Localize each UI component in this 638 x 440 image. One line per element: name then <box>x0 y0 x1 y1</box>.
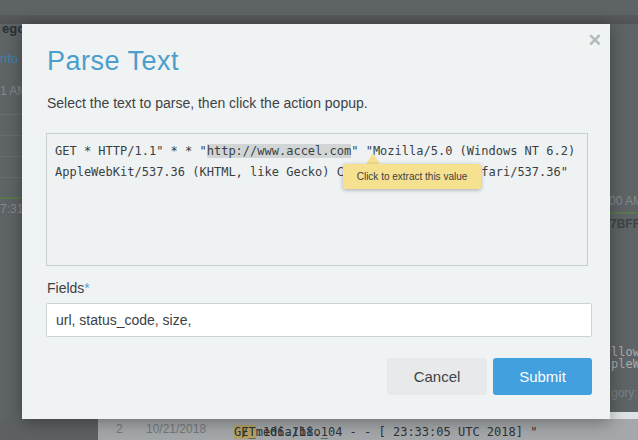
row-divider <box>0 177 22 178</box>
fields-input[interactable] <box>46 303 592 337</box>
table-row-log-after: /_media/bio_ <box>234 425 328 439</box>
background-info-link-fragment: nfo <box>0 51 18 66</box>
close-icon[interactable]: ✕ <box>588 32 602 49</box>
selected-value[interactable]: http://www.accel.com <box>207 144 352 158</box>
background-category-fragment: gory: <box>611 386 638 400</box>
table-row-date: 10/21/2018 <box>146 422 206 436</box>
background-log-fragment-2: pleW <box>611 357 638 371</box>
row-divider <box>0 156 22 157</box>
tooltip-arrow-icon <box>366 153 380 164</box>
row-divider <box>0 114 22 115</box>
sample-line1-before: GET * HTTP/1.1" * * " <box>55 144 207 158</box>
dialog-title: Parse Text <box>47 46 179 77</box>
sample-line2-before: AppleWebKit/537.36 (KHTML, like Gecko) C <box>55 165 344 179</box>
selected-row-line-left <box>0 197 22 199</box>
sample-lines: GET * HTTP/1.1" * * "http://www.accel.co… <box>47 134 587 183</box>
extract-value-popup[interactable]: Click to extract this value <box>343 164 481 189</box>
table-row-number: 2 <box>116 422 123 436</box>
sample-text-box[interactable]: GET * HTTP/1.1" * * "http://www.accel.co… <box>46 133 588 266</box>
selected-row-line-right <box>610 212 638 214</box>
background-table-row: 2 10/21/2018 147.106.118.104 - - [ 23:33… <box>0 419 638 440</box>
row-divider <box>0 135 22 136</box>
sample-line2-after: fari/537.36" <box>481 165 568 179</box>
submit-button[interactable]: Submit <box>493 358 592 395</box>
sample-line-2: AppleWebKit/537.36 (KHTML, like Gecko) C… <box>47 162 587 183</box>
cancel-button[interactable]: Cancel <box>387 358 487 395</box>
background-header-band <box>0 15 638 24</box>
parse-text-dialog: ✕ Parse Text Select the text to parse, t… <box>22 24 610 419</box>
dialog-instruction: Select the text to parse, then click the… <box>47 95 368 111</box>
sample-line-1: GET * HTTP/1.1" * * "http://www.accel.co… <box>47 141 587 162</box>
screen: ego nfo 1 AM 7:31 . 00 AM 7BFF llow pleW… <box>0 0 638 440</box>
required-marker: * <box>84 280 89 296</box>
background-hex-fragment: 7BFF <box>610 217 638 231</box>
sample-line1-after: " "Mozilla/5.0 (Windows NT 6.2) <box>351 144 575 158</box>
fields-label-text: Fields <box>47 280 84 296</box>
background-time-fragment-3: 00 AM <box>609 194 638 208</box>
fields-label: Fields* <box>47 280 90 296</box>
